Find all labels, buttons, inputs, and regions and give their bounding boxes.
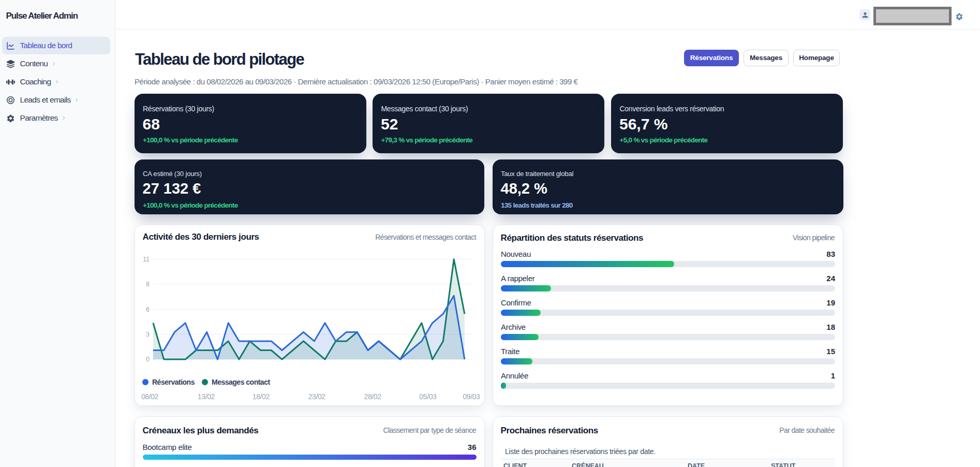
svg-text:8: 8	[146, 281, 150, 288]
svg-text:0: 0	[146, 356, 150, 363]
svg-text:6: 6	[146, 305, 150, 313]
svg-text:11: 11	[143, 256, 150, 263]
svg-text:3: 3	[146, 331, 150, 338]
